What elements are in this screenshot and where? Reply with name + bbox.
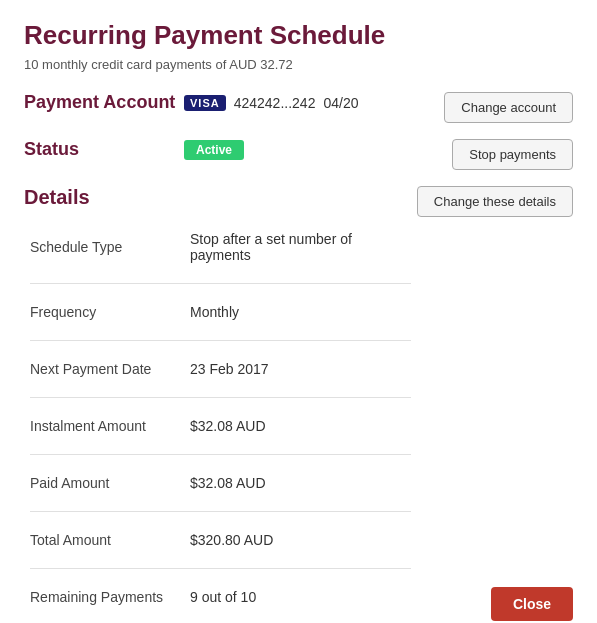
detail-value: $32.08 AUD: [184, 408, 417, 444]
table-row: Total Amount$320.80 AUD: [24, 522, 417, 558]
table-row: FrequencyMonthly: [24, 294, 417, 330]
close-button[interactable]: Close: [491, 587, 573, 621]
detail-key: Paid Amount: [24, 465, 184, 501]
change-account-button[interactable]: Change account: [444, 92, 573, 123]
table-divider: [24, 330, 417, 351]
table-divider: [24, 501, 417, 522]
details-heading: Details: [24, 186, 417, 209]
table-divider: [24, 558, 417, 579]
status-section: Status Active Stop payments: [24, 139, 573, 170]
status-info: Status Active: [24, 139, 452, 160]
detail-key: Total Amount: [24, 522, 184, 558]
detail-value: 9 out of 10: [184, 579, 417, 615]
stop-payments-button[interactable]: Stop payments: [452, 139, 573, 170]
details-table: Schedule TypeStop after a set number of …: [24, 221, 417, 615]
detail-key: Instalment Amount: [24, 408, 184, 444]
table-row: Remaining Payments9 out of 10: [24, 579, 417, 615]
detail-value: Monthly: [184, 294, 417, 330]
detail-key: Next Payment Date: [24, 351, 184, 387]
table-divider: [24, 444, 417, 465]
status-badge: Active: [184, 140, 244, 160]
table-row: Instalment Amount$32.08 AUD: [24, 408, 417, 444]
details-section: Details Schedule TypeStop after a set nu…: [24, 186, 573, 615]
status-label: Status: [24, 139, 184, 160]
detail-value: $32.08 AUD: [184, 465, 417, 501]
payment-account-info: Payment Account VISA 424242...242 04/20: [24, 92, 444, 113]
page-subtitle: 10 monthly credit card payments of AUD 3…: [24, 57, 573, 72]
detail-key: Frequency: [24, 294, 184, 330]
payment-account-section: Payment Account VISA 424242...242 04/20 …: [24, 92, 573, 123]
card-number: 424242...242: [234, 95, 316, 111]
table-divider: [24, 273, 417, 294]
table-row: Schedule TypeStop after a set number of …: [24, 221, 417, 273]
detail-value: 23 Feb 2017: [184, 351, 417, 387]
detail-value: $320.80 AUD: [184, 522, 417, 558]
detail-key: Remaining Payments: [24, 579, 184, 615]
page-title: Recurring Payment Schedule: [24, 20, 573, 51]
detail-key: Schedule Type: [24, 221, 184, 273]
details-actions: Change these details: [417, 186, 573, 217]
detail-value: Stop after a set number of payments: [184, 221, 417, 273]
card-expiry: 04/20: [323, 95, 358, 111]
payment-account-label: Payment Account: [24, 92, 184, 113]
status-actions: Stop payments: [452, 139, 573, 170]
change-details-button[interactable]: Change these details: [417, 186, 573, 217]
account-actions: Change account: [444, 92, 573, 123]
details-content: Details Schedule TypeStop after a set nu…: [24, 186, 417, 615]
table-row: Next Payment Date23 Feb 2017: [24, 351, 417, 387]
table-row: Paid Amount$32.08 AUD: [24, 465, 417, 501]
visa-logo: VISA: [184, 95, 226, 111]
table-divider: [24, 387, 417, 408]
